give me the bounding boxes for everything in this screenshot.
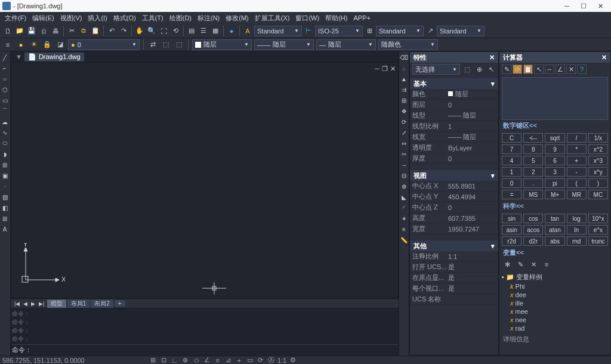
numpad-section[interactable]: 数字键区<< <box>499 121 610 131</box>
home-icon[interactable]: ⌂ <box>399 63 409 73</box>
linetype-dropdown[interactable]: ——随层▼ <box>254 39 314 50</box>
menu-help[interactable]: 帮助(H) <box>323 13 350 24</box>
calc-key[interactable]: ) <box>588 178 608 188</box>
close-icon[interactable]: ✕ <box>601 54 607 61</box>
sci-section[interactable]: 科学<< <box>499 202 610 211</box>
calc-angle-icon[interactable]: ∠ <box>556 64 565 74</box>
minimize-button[interactable]: ─ <box>558 1 575 11</box>
copy-icon[interactable]: ⧉ <box>78 26 89 36</box>
sci-key[interactable]: r2d <box>502 236 521 246</box>
tab-layout2[interactable]: 布局2 <box>91 300 113 308</box>
var-del-icon[interactable]: ✕ <box>528 259 539 270</box>
calc-key[interactable]: + <box>567 156 587 165</box>
measure-icon[interactable]: 📏 <box>399 235 409 245</box>
calc-help-icon[interactable]: ? <box>577 64 587 74</box>
print-icon[interactable]: 🖶 <box>50 26 61 36</box>
calc-key[interactable]: pi <box>545 178 564 188</box>
calc-key[interactable]: . <box>523 178 543 188</box>
calc-key[interactable]: * <box>567 144 587 154</box>
sci-key[interactable]: abs <box>545 236 564 246</box>
model-toggle-icon[interactable]: ▭ <box>246 357 254 364</box>
var-calc-icon[interactable]: ≡ <box>541 259 552 270</box>
layeriso-icon[interactable]: ⬚ <box>174 39 184 50</box>
sci-key[interactable]: rnd <box>567 236 587 246</box>
lock-icon[interactable]: 🔒 <box>42 39 53 50</box>
command-input[interactable]: 命令： <box>12 344 397 355</box>
calculator-display[interactable] <box>502 77 608 120</box>
region-icon[interactable]: ◧ <box>0 203 10 212</box>
close-icon[interactable]: ✕ <box>489 54 495 61</box>
sun-icon[interactable]: ☀ <box>29 39 39 50</box>
calc-paste-icon[interactable]: 📋 <box>523 64 533 74</box>
calc-key[interactable]: sqrt <box>545 133 564 143</box>
tab-model[interactable]: 模型 <box>47 300 66 308</box>
mirror-icon[interactable]: ▲ <box>399 74 409 84</box>
ortho-icon[interactable]: ∟ <box>171 357 179 364</box>
explode-icon[interactable]: ✶ <box>399 214 409 223</box>
new-icon[interactable]: 🗋 <box>2 26 13 36</box>
tree-item[interactable]: x mee <box>502 307 608 316</box>
calc-key[interactable]: x^3 <box>588 156 608 165</box>
tab-first-icon[interactable]: |◀ <box>13 301 21 307</box>
pan-icon[interactable]: ✋ <box>134 26 145 36</box>
polar-icon[interactable]: ⊕ <box>181 357 190 364</box>
select-icon[interactable]: ↖ <box>486 64 496 75</box>
stretch-icon[interactable]: ⇔ <box>399 138 409 148</box>
table-icon[interactable]: ⊞ <box>0 214 10 223</box>
calc-key[interactable]: x^2 <box>588 144 608 154</box>
var-section[interactable]: 变量<< <box>499 248 610 258</box>
sci-key[interactable]: 10^x <box>588 214 608 223</box>
calc-getpt-icon[interactable]: ↖ <box>534 64 544 74</box>
calc-dist-icon[interactable]: ↔ <box>545 64 554 74</box>
hatch-icon[interactable]: ▨ <box>0 192 10 202</box>
tree-item[interactable]: x dee <box>502 291 608 299</box>
calc-key[interactable]: <-- <box>523 133 543 143</box>
layer-color-icon[interactable]: ◪ <box>55 39 66 50</box>
props-icon[interactable]: ▤ <box>186 26 197 36</box>
calc-key[interactable]: MS <box>523 190 543 199</box>
grid-icon[interactable]: ⊞ <box>149 357 158 364</box>
rotate-icon[interactable]: ⟳ <box>399 117 409 127</box>
sci-key[interactable]: asin <box>502 225 521 235</box>
calc-key[interactable]: 1 <box>502 167 521 177</box>
prop-value[interactable]: 1:1 <box>448 253 496 260</box>
layermatch-icon[interactable]: ⇄ <box>147 39 158 50</box>
calc-key[interactable]: 4 <box>502 156 521 165</box>
saveas-icon[interactable]: ⎙ <box>38 26 49 36</box>
prop-value[interactable]: 是 <box>448 284 496 293</box>
var-edit-icon[interactable]: ✎ <box>515 259 526 270</box>
calc-key[interactable]: 7 <box>502 144 521 154</box>
sci-key[interactable]: cos <box>523 214 543 223</box>
zoom-window-icon[interactable]: ⛶ <box>158 26 169 36</box>
calc-key[interactable]: 2 <box>523 167 543 177</box>
paste-icon[interactable]: 📋 <box>90 26 101 36</box>
undo-icon[interactable]: ↶ <box>106 26 117 36</box>
calc-key[interactable]: 5 <box>523 156 543 165</box>
trim-icon[interactable]: ✂ <box>399 149 409 159</box>
dyn-icon[interactable]: + <box>235 357 243 364</box>
redo-icon[interactable]: ↷ <box>118 26 129 36</box>
calc-history-icon[interactable]: ⟳ <box>513 64 522 74</box>
scale-icon[interactable]: ⤢ <box>399 128 409 137</box>
tree-item[interactable]: k Phi <box>502 282 608 291</box>
sci-key[interactable]: acos <box>523 225 543 235</box>
prop-value[interactable]: —— 随层 <box>448 111 496 120</box>
scale-icon[interactable]: 1:1 <box>278 357 286 364</box>
lineweight-dropdown[interactable]: —随层▼ <box>316 39 376 50</box>
calc-key[interactable]: x^y <box>588 167 608 177</box>
tab-drawing1[interactable]: 📄Drawing1.dwg <box>24 53 84 61</box>
calc-key[interactable]: 8 <box>523 144 543 154</box>
layers-icon[interactable]: ☰ <box>198 26 209 36</box>
prop-value[interactable]: 555.8901 <box>448 183 496 190</box>
zoom-prev-icon[interactable]: ⟲ <box>170 26 181 36</box>
calc-key[interactable]: 6 <box>545 156 564 165</box>
mdi-restore-icon[interactable]: ❐ <box>382 65 388 73</box>
calc-key[interactable]: 0 <box>502 178 521 188</box>
tab-add[interactable]: + <box>115 300 125 307</box>
break-icon[interactable]: ⊟ <box>399 171 409 180</box>
spline-icon[interactable]: ∿ <box>0 128 10 137</box>
menu-app[interactable]: APP+ <box>351 13 372 23</box>
mdi-minimize-icon[interactable]: ─ <box>375 65 379 73</box>
sci-key[interactable]: sin <box>502 214 521 223</box>
polygon-icon[interactable]: ⬡ <box>0 85 10 94</box>
